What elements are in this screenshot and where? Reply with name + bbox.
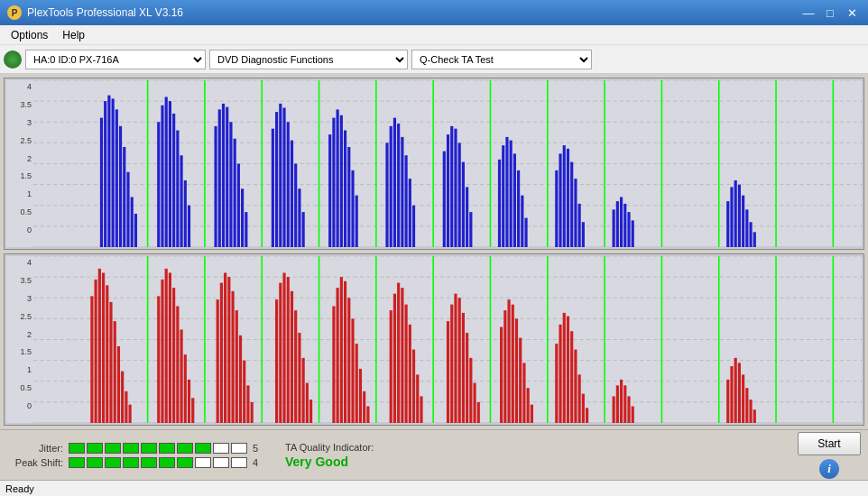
maximize-button[interactable]: □ bbox=[821, 4, 839, 22]
svg-rect-234 bbox=[745, 388, 748, 423]
jitter-seg-10 bbox=[231, 443, 247, 454]
svg-rect-202 bbox=[469, 358, 472, 423]
svg-rect-148 bbox=[161, 280, 163, 423]
svg-rect-179 bbox=[340, 277, 343, 423]
ps-seg-10 bbox=[231, 457, 247, 468]
svg-rect-27 bbox=[188, 206, 190, 247]
svg-rect-145 bbox=[125, 391, 127, 423]
svg-rect-146 bbox=[129, 405, 132, 423]
peakshift-label: Peak Shift: bbox=[7, 457, 63, 468]
svg-rect-199 bbox=[458, 298, 461, 423]
svg-rect-178 bbox=[337, 288, 339, 423]
jitter-seg-3 bbox=[105, 443, 121, 454]
svg-rect-172 bbox=[294, 310, 297, 423]
svg-rect-213 bbox=[531, 405, 533, 423]
start-button[interactable]: Start bbox=[798, 432, 861, 455]
svg-rect-181 bbox=[347, 298, 350, 423]
svg-rect-49 bbox=[340, 115, 343, 247]
svg-rect-191 bbox=[405, 305, 408, 423]
svg-rect-63 bbox=[447, 134, 449, 247]
svg-rect-184 bbox=[359, 369, 362, 423]
ps-seg-9 bbox=[213, 457, 229, 468]
svg-rect-208 bbox=[512, 305, 514, 423]
svg-rect-174 bbox=[302, 358, 305, 423]
svg-rect-58 bbox=[401, 137, 403, 247]
bottom-chart-y-axis: 4 3.5 3 2.5 2 1.5 1 0.5 0 bbox=[6, 256, 33, 423]
svg-rect-223 bbox=[613, 396, 615, 423]
svg-rect-182 bbox=[351, 318, 354, 423]
close-button[interactable]: ✕ bbox=[843, 4, 861, 22]
svg-rect-224 bbox=[616, 385, 619, 423]
svg-rect-80 bbox=[563, 145, 566, 247]
svg-rect-32 bbox=[229, 122, 232, 247]
svg-rect-53 bbox=[356, 196, 358, 247]
svg-rect-76 bbox=[521, 196, 523, 247]
svg-rect-193 bbox=[412, 350, 415, 423]
svg-rect-44 bbox=[298, 188, 300, 247]
menu-help[interactable]: Help bbox=[55, 27, 92, 43]
svg-rect-67 bbox=[462, 162, 465, 247]
svg-rect-55 bbox=[390, 126, 392, 247]
svg-rect-74 bbox=[513, 153, 516, 247]
svg-rect-144 bbox=[121, 372, 124, 423]
app-title: PlexTools Professional XL V3.16 bbox=[27, 6, 183, 19]
svg-rect-64 bbox=[450, 126, 453, 247]
jitter-seg-7 bbox=[177, 443, 193, 454]
jitter-seg-9 bbox=[213, 443, 229, 454]
jitter-seg-6 bbox=[159, 443, 175, 454]
svg-rect-209 bbox=[515, 318, 518, 423]
title-controls[interactable]: — □ ✕ bbox=[799, 4, 861, 22]
top-chart-svg: 2 3 4 5 6 7 8 9 10 11 12 13 14 15 bbox=[33, 80, 862, 247]
svg-rect-23 bbox=[172, 114, 175, 247]
svg-rect-18 bbox=[134, 214, 137, 247]
svg-rect-83 bbox=[574, 179, 577, 247]
svg-rect-180 bbox=[344, 281, 346, 423]
svg-rect-30 bbox=[222, 104, 225, 247]
svg-rect-75 bbox=[517, 170, 520, 247]
svg-rect-84 bbox=[578, 204, 581, 247]
svg-rect-24 bbox=[176, 131, 179, 248]
svg-rect-147 bbox=[157, 296, 160, 423]
top-chart-container: 4 3.5 3 2.5 2 1.5 1 0.5 0 bbox=[4, 78, 864, 250]
minimize-button[interactable]: — bbox=[799, 4, 817, 22]
svg-rect-210 bbox=[519, 338, 522, 423]
svg-rect-227 bbox=[627, 396, 630, 423]
svg-rect-14 bbox=[119, 126, 122, 247]
svg-rect-39 bbox=[279, 104, 282, 247]
ps-seg-4 bbox=[123, 457, 139, 468]
menu-options[interactable]: Options bbox=[4, 27, 55, 43]
function-select[interactable]: DVD Diagnostic Functions bbox=[209, 50, 408, 69]
svg-rect-169 bbox=[282, 273, 285, 424]
svg-rect-15 bbox=[123, 147, 125, 247]
svg-rect-231 bbox=[734, 358, 737, 423]
svg-rect-163 bbox=[239, 335, 242, 423]
svg-rect-97 bbox=[745, 209, 748, 247]
drive-selector-wrap: HA:0 ID:0 PX-716A bbox=[4, 50, 206, 69]
info-icon[interactable]: i bbox=[819, 459, 839, 479]
svg-rect-72 bbox=[505, 137, 508, 247]
svg-rect-47 bbox=[332, 118, 335, 247]
svg-rect-68 bbox=[466, 187, 468, 247]
start-section: Start i bbox=[798, 432, 861, 479]
svg-rect-160 bbox=[227, 277, 230, 423]
svg-rect-142 bbox=[114, 321, 116, 423]
svg-rect-153 bbox=[180, 329, 182, 423]
svg-rect-176 bbox=[309, 400, 312, 423]
svg-rect-167 bbox=[275, 299, 278, 423]
top-chart-area: 2 3 4 5 6 7 8 9 10 11 12 13 14 15 bbox=[33, 80, 862, 247]
title-bar: P PlexTools Professional XL V3.16 — □ ✕ bbox=[0, 0, 868, 25]
svg-rect-165 bbox=[246, 385, 249, 423]
svg-rect-70 bbox=[498, 160, 501, 247]
status-text: Ready bbox=[5, 483, 34, 494]
svg-rect-221 bbox=[582, 394, 585, 423]
svg-rect-59 bbox=[405, 155, 408, 247]
svg-rect-81 bbox=[567, 149, 569, 247]
svg-rect-185 bbox=[363, 391, 365, 423]
drive-select[interactable]: HA:0 ID:0 PX-716A bbox=[25, 50, 206, 69]
svg-rect-149 bbox=[165, 269, 168, 423]
svg-rect-207 bbox=[507, 299, 510, 423]
svg-rect-214 bbox=[555, 344, 558, 423]
svg-rect-195 bbox=[420, 396, 422, 423]
svg-rect-10 bbox=[104, 101, 106, 247]
test-select[interactable]: Q-Check TA Test bbox=[411, 50, 592, 69]
